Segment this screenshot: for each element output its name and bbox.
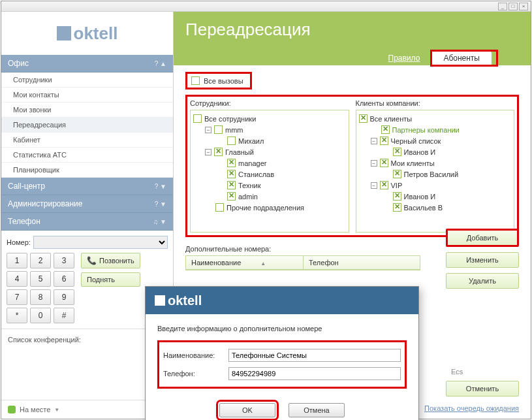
nav-section-office[interactable]: Офис ? ▲ [1, 55, 173, 73]
tree-checkbox[interactable] [227, 159, 236, 167]
employees-label: Сотрудники: [190, 99, 349, 107]
dial-5[interactable]: 5 [30, 271, 51, 287]
dialog-ok-button[interactable]: OK [219, 403, 275, 417]
maximize-button[interactable]: □ [509, 3, 518, 10]
cancel-button[interactable]: Отменить [446, 381, 519, 396]
dialpad: 1 2 3 4 5 6 7 8 9 * 0 # [7, 253, 74, 323]
phone-field-label: Телефон: [163, 370, 222, 378]
app-logo: oktell [57, 24, 118, 44]
add-button[interactable]: Добавить [446, 229, 519, 247]
logo-icon [155, 295, 165, 306]
dial-3[interactable]: 3 [54, 253, 74, 268]
close-button[interactable]: × [519, 3, 528, 10]
tree-checkbox[interactable] [214, 125, 223, 134]
minimize-button[interactable]: _ [498, 3, 507, 10]
tab-rule[interactable]: Правило [377, 51, 432, 65]
logo-text: oktell [74, 24, 118, 44]
nav-item-calls[interactable]: Мои звонки [1, 103, 173, 118]
tree-collapse-icon[interactable]: − [371, 138, 377, 144]
clients-column: Клиенты компании: Все клиенты Партнеры к… [356, 99, 515, 233]
dial-6[interactable]: 6 [54, 271, 74, 287]
nav-item-cabinet[interactable]: Кабинет [1, 133, 173, 148]
pickup-button[interactable]: Поднять [81, 272, 140, 287]
tree-checkbox[interactable] [380, 181, 388, 189]
dial-2[interactable]: 2 [30, 253, 51, 268]
dial-0[interactable]: 0 [30, 308, 51, 323]
dial-1[interactable]: 1 [7, 253, 27, 268]
dialog-cancel-button[interactable]: Отмена [289, 403, 345, 417]
addnum-table: Наименование▲ Телефон [185, 255, 420, 270]
nav-item-forwarding[interactable]: Переадресация [1, 118, 173, 133]
logo-area: oktell [1, 12, 173, 55]
name-field[interactable] [228, 349, 401, 362]
tree-collapse-icon[interactable]: − [371, 160, 377, 167]
status-label: На месте [20, 406, 50, 413]
dial-4[interactable]: 4 [7, 271, 27, 287]
nav-item-scheduler[interactable]: Планировщик [1, 163, 173, 178]
action-buttons: Добавить Изменить Удалить [446, 229, 519, 289]
tree-checkbox[interactable] [380, 137, 388, 145]
tree-checkbox[interactable] [227, 192, 236, 201]
window-titlebar: _ □ × [1, 1, 531, 12]
col-phone[interactable]: Телефон [304, 256, 420, 269]
nav-section-icons: ? ▼ [155, 183, 166, 190]
page-title: Переадресация [185, 20, 519, 40]
dialog-logo: oktell [155, 293, 202, 308]
employees-tree[interactable]: Все сотрудники −mmm Михаил −Главный mana… [190, 110, 349, 233]
highlight-dialog-fields: Наименование: Телефон: [157, 340, 407, 389]
tree-collapse-icon[interactable]: − [371, 182, 377, 189]
tree-checkbox[interactable] [215, 203, 224, 212]
dial-number-input[interactable] [33, 236, 168, 249]
dial-hash[interactable]: # [54, 308, 74, 323]
chevron-down-icon: ▼ [54, 407, 59, 413]
tree-checkbox[interactable] [393, 170, 401, 178]
status-indicator-icon [8, 406, 16, 413]
nav-section-label: Call-центр [8, 182, 45, 191]
tree-checkbox[interactable] [227, 181, 236, 189]
page-header: Переадресация Правило Абоненты [174, 12, 531, 65]
tree-checkbox[interactable] [393, 203, 401, 212]
phone-field[interactable] [228, 367, 401, 380]
nav-section-callcenter[interactable]: Call-центр ? ▼ [1, 178, 173, 195]
tree-checkbox[interactable] [214, 148, 223, 156]
tree-checkbox[interactable] [227, 170, 236, 178]
nav-section-icons: ♫ ▼ [153, 218, 166, 225]
nav-section-label: Администрирование [8, 199, 82, 208]
tree-checkbox[interactable] [380, 159, 388, 167]
dial-9[interactable]: 9 [54, 289, 74, 305]
show-queue-link[interactable]: Показать очередь ожидания [424, 404, 519, 412]
tree-checkbox[interactable] [381, 125, 390, 134]
tree-checkbox[interactable] [193, 114, 202, 123]
delete-button[interactable]: Удалить [446, 273, 519, 289]
tree-checkbox[interactable] [359, 114, 368, 123]
tree-checkbox[interactable] [227, 137, 236, 145]
conference-label: Список конференций: [8, 336, 81, 344]
dialog-header: oktell [146, 287, 418, 314]
nav-item-stats[interactable]: Статистика АТС [1, 148, 173, 163]
dialog-prompt: Введите информацию о дополнительном номе… [157, 325, 407, 332]
tree-checkbox[interactable] [393, 148, 401, 156]
bottom-buttons: Ecs Отменить [446, 368, 519, 396]
logo-icon [57, 26, 71, 40]
tree-collapse-icon[interactable]: − [205, 149, 211, 155]
dial-label: Номер: [7, 238, 31, 246]
tree-checkbox[interactable] [393, 192, 401, 201]
edit-button[interactable]: Изменить [446, 252, 519, 268]
all-calls-label: Все вызовы [204, 77, 243, 85]
nav-section-admin[interactable]: Администрирование ? ▼ [1, 195, 173, 213]
nav-section-phone[interactable]: Телефон ♫ ▼ [1, 213, 173, 231]
nav-item-contacts[interactable]: Мои контакты [1, 88, 173, 103]
clients-tree[interactable]: Все клиенты Партнеры компании −Черный сп… [356, 110, 515, 233]
dial-8[interactable]: 8 [30, 289, 51, 305]
dial-7[interactable]: 7 [7, 289, 27, 305]
col-name[interactable]: Наименование▲ [186, 256, 304, 269]
call-button[interactable]: 📞Позвонить [81, 253, 140, 268]
sort-asc-icon: ▲ [260, 261, 266, 267]
tree-collapse-icon[interactable]: − [205, 127, 211, 133]
dial-star[interactable]: * [7, 308, 27, 323]
nav-item-employees[interactable]: Сотрудники [1, 73, 173, 88]
tab-subscribers[interactable]: Абоненты [431, 51, 492, 65]
all-calls-checkbox[interactable] [191, 76, 200, 85]
employees-column: Сотрудники: Все сотрудники −mmm Михаил −… [190, 99, 349, 233]
phone-icon: 📞 [87, 256, 97, 265]
